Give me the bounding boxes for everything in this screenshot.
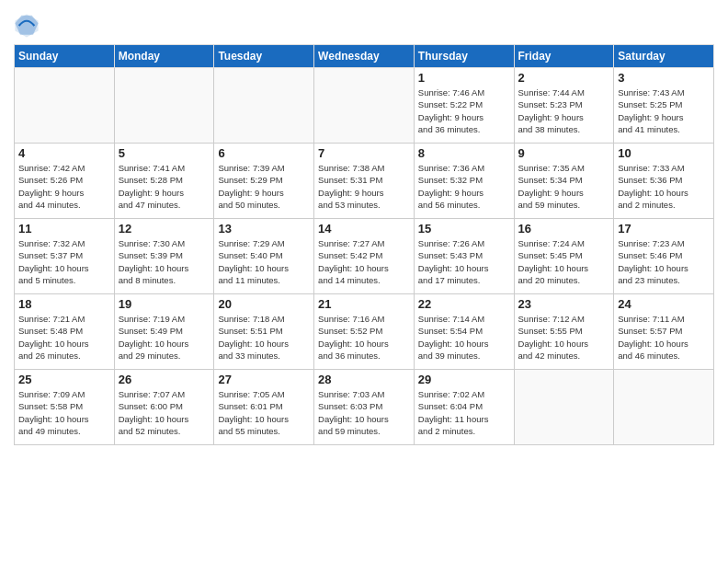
day-info: Sunrise: 7:44 AM Sunset: 5:23 PM Dayligh… xyxy=(518,86,610,135)
day-number: 1 xyxy=(418,71,510,85)
calendar-cell: 9Sunrise: 7:35 AM Sunset: 5:34 PM Daylig… xyxy=(514,144,614,219)
day-info: Sunrise: 7:05 AM Sunset: 6:01 PM Dayligh… xyxy=(218,388,310,437)
day-number: 24 xyxy=(618,297,710,311)
calendar-cell: 2Sunrise: 7:44 AM Sunset: 5:23 PM Daylig… xyxy=(514,68,614,144)
day-number: 17 xyxy=(618,222,710,236)
day-info: Sunrise: 7:29 AM Sunset: 5:40 PM Dayligh… xyxy=(218,237,310,286)
day-number: 12 xyxy=(119,222,210,236)
day-info: Sunrise: 7:09 AM Sunset: 5:58 PM Dayligh… xyxy=(18,388,110,437)
calendar-cell: 19Sunrise: 7:19 AM Sunset: 5:49 PM Dayli… xyxy=(114,294,214,370)
calendar-week-row: 11Sunrise: 7:32 AM Sunset: 5:37 PM Dayli… xyxy=(15,219,714,294)
day-info: Sunrise: 7:21 AM Sunset: 5:48 PM Dayligh… xyxy=(18,313,110,362)
calendar-header-row: SundayMondayTuesdayWednesdayThursdayFrid… xyxy=(15,45,714,68)
day-number: 15 xyxy=(418,222,510,236)
day-number: 10 xyxy=(618,146,710,160)
day-number: 28 xyxy=(318,373,410,386)
logo xyxy=(14,13,41,39)
day-info: Sunrise: 7:41 AM Sunset: 5:28 PM Dayligh… xyxy=(119,162,210,211)
day-info: Sunrise: 7:39 AM Sunset: 5:29 PM Dayligh… xyxy=(218,162,310,211)
day-info: Sunrise: 7:32 AM Sunset: 5:37 PM Dayligh… xyxy=(18,237,110,286)
day-number: 23 xyxy=(518,297,610,311)
day-number: 16 xyxy=(518,222,610,236)
calendar-cell: 11Sunrise: 7:32 AM Sunset: 5:37 PM Dayli… xyxy=(15,219,115,294)
day-info: Sunrise: 7:27 AM Sunset: 5:42 PM Dayligh… xyxy=(318,237,410,286)
day-number: 4 xyxy=(18,146,110,160)
day-info: Sunrise: 7:16 AM Sunset: 5:52 PM Dayligh… xyxy=(318,313,410,362)
calendar-cell xyxy=(114,68,214,144)
day-info: Sunrise: 7:43 AM Sunset: 5:25 PM Dayligh… xyxy=(618,86,710,135)
day-info: Sunrise: 7:07 AM Sunset: 6:00 PM Dayligh… xyxy=(119,388,210,437)
calendar-cell: 5Sunrise: 7:41 AM Sunset: 5:28 PM Daylig… xyxy=(114,144,214,219)
day-number: 18 xyxy=(18,297,110,311)
day-info: Sunrise: 7:35 AM Sunset: 5:34 PM Dayligh… xyxy=(518,162,610,211)
day-number: 2 xyxy=(518,71,610,85)
calendar-week-row: 18Sunrise: 7:21 AM Sunset: 5:48 PM Dayli… xyxy=(15,294,714,370)
day-number: 11 xyxy=(18,222,110,236)
calendar-table: SundayMondayTuesdayWednesdayThursdayFrid… xyxy=(14,44,714,445)
calendar-week-row: 1Sunrise: 7:46 AM Sunset: 5:22 PM Daylig… xyxy=(15,68,714,144)
calendar-cell: 8Sunrise: 7:36 AM Sunset: 5:32 PM Daylig… xyxy=(414,144,514,219)
calendar-cell: 26Sunrise: 7:07 AM Sunset: 6:00 PM Dayli… xyxy=(114,370,214,445)
day-info: Sunrise: 7:42 AM Sunset: 5:26 PM Dayligh… xyxy=(18,162,110,211)
page-header xyxy=(14,9,714,39)
calendar-week-row: 4Sunrise: 7:42 AM Sunset: 5:26 PM Daylig… xyxy=(15,144,714,219)
day-info: Sunrise: 7:24 AM Sunset: 5:45 PM Dayligh… xyxy=(518,237,610,286)
day-info: Sunrise: 7:02 AM Sunset: 6:04 PM Dayligh… xyxy=(418,388,510,437)
day-info: Sunrise: 7:03 AM Sunset: 6:03 PM Dayligh… xyxy=(318,388,410,437)
calendar-cell: 12Sunrise: 7:30 AM Sunset: 5:39 PM Dayli… xyxy=(114,219,214,294)
day-number: 14 xyxy=(318,222,410,236)
calendar-cell: 6Sunrise: 7:39 AM Sunset: 5:29 PM Daylig… xyxy=(214,144,314,219)
day-info: Sunrise: 7:38 AM Sunset: 5:31 PM Dayligh… xyxy=(318,162,410,211)
day-number: 9 xyxy=(518,146,610,160)
calendar-cell: 14Sunrise: 7:27 AM Sunset: 5:42 PM Dayli… xyxy=(314,219,415,294)
day-header-sunday: Sunday xyxy=(15,45,115,68)
day-info: Sunrise: 7:14 AM Sunset: 5:54 PM Dayligh… xyxy=(418,313,510,362)
day-header-thursday: Thursday xyxy=(414,45,514,68)
calendar-cell: 1Sunrise: 7:46 AM Sunset: 5:22 PM Daylig… xyxy=(414,68,514,144)
day-number: 7 xyxy=(318,146,410,160)
calendar-cell xyxy=(214,68,314,144)
calendar-cell: 17Sunrise: 7:23 AM Sunset: 5:46 PM Dayli… xyxy=(614,219,714,294)
calendar-cell: 7Sunrise: 7:38 AM Sunset: 5:31 PM Daylig… xyxy=(314,144,415,219)
day-number: 22 xyxy=(418,297,510,311)
calendar-cell: 15Sunrise: 7:26 AM Sunset: 5:43 PM Dayli… xyxy=(414,219,514,294)
calendar-cell: 13Sunrise: 7:29 AM Sunset: 5:40 PM Dayli… xyxy=(214,219,314,294)
day-number: 3 xyxy=(618,71,710,85)
calendar-cell xyxy=(15,68,115,144)
calendar-cell: 29Sunrise: 7:02 AM Sunset: 6:04 PM Dayli… xyxy=(414,370,514,445)
day-number: 27 xyxy=(218,373,310,386)
day-info: Sunrise: 7:12 AM Sunset: 5:55 PM Dayligh… xyxy=(518,313,610,362)
day-info: Sunrise: 7:33 AM Sunset: 5:36 PM Dayligh… xyxy=(618,162,710,211)
day-info: Sunrise: 7:26 AM Sunset: 5:43 PM Dayligh… xyxy=(418,237,510,286)
day-info: Sunrise: 7:19 AM Sunset: 5:49 PM Dayligh… xyxy=(119,313,210,362)
calendar-cell: 21Sunrise: 7:16 AM Sunset: 5:52 PM Dayli… xyxy=(314,294,415,370)
day-header-tuesday: Tuesday xyxy=(214,45,314,68)
calendar-cell: 18Sunrise: 7:21 AM Sunset: 5:48 PM Dayli… xyxy=(15,294,115,370)
day-info: Sunrise: 7:36 AM Sunset: 5:32 PM Dayligh… xyxy=(418,162,510,211)
day-info: Sunrise: 7:23 AM Sunset: 5:46 PM Dayligh… xyxy=(618,237,710,286)
day-number: 20 xyxy=(218,297,310,311)
calendar-cell: 10Sunrise: 7:33 AM Sunset: 5:36 PM Dayli… xyxy=(614,144,714,219)
day-number: 29 xyxy=(418,373,510,386)
day-number: 25 xyxy=(18,373,110,386)
day-number: 26 xyxy=(119,373,210,386)
calendar-cell: 3Sunrise: 7:43 AM Sunset: 5:25 PM Daylig… xyxy=(614,68,714,144)
page-container: SundayMondayTuesdayWednesdayThursdayFrid… xyxy=(0,0,728,450)
calendar-cell: 24Sunrise: 7:11 AM Sunset: 5:57 PM Dayli… xyxy=(614,294,714,370)
day-header-monday: Monday xyxy=(114,45,214,68)
calendar-cell xyxy=(514,370,614,445)
day-header-saturday: Saturday xyxy=(614,45,714,68)
calendar-cell: 28Sunrise: 7:03 AM Sunset: 6:03 PM Dayli… xyxy=(314,370,415,445)
day-info: Sunrise: 7:11 AM Sunset: 5:57 PM Dayligh… xyxy=(618,313,710,362)
day-number: 8 xyxy=(418,146,510,160)
calendar-cell xyxy=(314,68,415,144)
day-number: 21 xyxy=(318,297,410,311)
day-header-friday: Friday xyxy=(514,45,614,68)
calendar-cell: 16Sunrise: 7:24 AM Sunset: 5:45 PM Dayli… xyxy=(514,219,614,294)
calendar-cell: 27Sunrise: 7:05 AM Sunset: 6:01 PM Dayli… xyxy=(214,370,314,445)
calendar-week-row: 25Sunrise: 7:09 AM Sunset: 5:58 PM Dayli… xyxy=(15,370,714,445)
calendar-cell: 25Sunrise: 7:09 AM Sunset: 5:58 PM Dayli… xyxy=(15,370,115,445)
calendar-cell: 23Sunrise: 7:12 AM Sunset: 5:55 PM Dayli… xyxy=(514,294,614,370)
day-number: 6 xyxy=(218,146,310,160)
day-number: 13 xyxy=(218,222,310,236)
